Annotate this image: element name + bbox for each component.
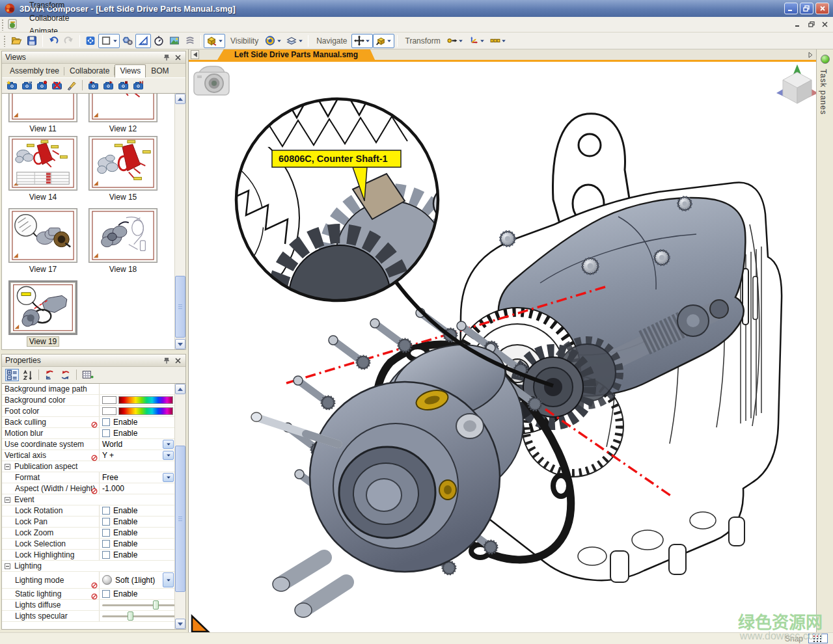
color-spectrum-bar[interactable] — [118, 407, 173, 415]
checkbox[interactable] — [102, 590, 110, 598]
pan-cross-icon[interactable] — [351, 34, 373, 48]
snap-toggle-button[interactable] — [808, 634, 828, 643]
menu-transform[interactable]: Transform — [23, 0, 75, 12]
categorized-icon[interactable] — [5, 369, 19, 381]
checkbox[interactable] — [102, 507, 110, 515]
checkbox[interactable] — [102, 518, 110, 526]
property-label[interactable]: Publication aspect — [2, 461, 174, 472]
views-scrollbar[interactable] — [174, 94, 185, 349]
scrollbar-thumb[interactable] — [175, 276, 185, 338]
helix-icon[interactable] — [182, 34, 198, 48]
sort-az-icon[interactable] — [21, 369, 34, 381]
collapse-icon[interactable] — [5, 563, 10, 569]
triad-icon[interactable] — [466, 34, 487, 48]
checkbox[interactable] — [102, 429, 110, 437]
view-label-view-12[interactable]: View 12 — [88, 124, 158, 133]
view-thumbnail-view-19[interactable] — [8, 280, 77, 335]
color-spectrum-bar[interactable] — [118, 396, 173, 404]
close-panel-icon[interactable] — [173, 356, 182, 365]
tab-views[interactable]: Views — [115, 64, 146, 77]
view-label-view-18[interactable]: View 18 — [88, 265, 158, 274]
record-view-icon[interactable] — [35, 79, 48, 91]
view-label-view-15[interactable]: View 15 — [88, 193, 158, 202]
property-label[interactable]: Event — [2, 494, 174, 505]
slider[interactable] — [102, 611, 175, 621]
texture-icon[interactable] — [167, 34, 182, 48]
add-property-icon[interactable] — [81, 369, 94, 381]
collapse-icon[interactable] — [5, 464, 10, 470]
measure-icon[interactable] — [135, 34, 151, 48]
tab-collaborate[interactable]: Collaborate — [64, 64, 115, 77]
scroll-up-icon[interactable] — [175, 384, 185, 394]
translate-icon[interactable] — [444, 34, 466, 48]
view-thumbnail-view-18[interactable] — [89, 208, 157, 263]
scroll-down-icon[interactable] — [175, 339, 185, 349]
view-thumbnail-view-17[interactable] — [8, 208, 77, 263]
dropdown-arrow-icon[interactable] — [480, 35, 485, 46]
dropdown-button[interactable] — [163, 440, 174, 449]
checkbox[interactable] — [102, 529, 110, 537]
slider[interactable] — [102, 600, 175, 610]
pin-icon[interactable] — [162, 356, 171, 365]
close-button[interactable] — [815, 3, 829, 14]
menu-collaborate[interactable]: Collaborate — [23, 12, 75, 25]
pin-icon[interactable] — [162, 53, 171, 62]
view-thumbnail-view-14[interactable] — [8, 136, 77, 191]
restore-button[interactable] — [800, 3, 813, 14]
view-thumbnail-view-11[interactable] — [8, 94, 77, 122]
selection-mode-icon[interactable] — [98, 34, 120, 48]
sequence-icon[interactable] — [487, 34, 509, 48]
dropdown-button[interactable] — [163, 473, 174, 482]
update-view-icon[interactable] — [20, 79, 33, 91]
view-thumbnail-view-15[interactable] — [89, 136, 157, 191]
view-thumbnail-view-12[interactable] — [89, 94, 157, 122]
dropdown-arrow-icon[interactable] — [276, 35, 282, 46]
tab-scroll-right-icon[interactable] — [808, 51, 813, 60]
dropdown-arrow-icon[interactable] — [501, 35, 507, 46]
dropdown-arrow-icon[interactable] — [297, 35, 303, 46]
dropdown-arrow-icon[interactable] — [458, 35, 464, 46]
play-views-icon[interactable] — [102, 79, 115, 91]
stop-views-icon[interactable] — [116, 79, 130, 91]
mdi-restore-button[interactable] — [806, 20, 817, 29]
layers-icon[interactable] — [284, 34, 305, 48]
scrollbar-thumb[interactable] — [175, 446, 185, 592]
delete-view-icon[interactable] — [50, 79, 63, 91]
refresh-properties-icon[interactable] — [59, 369, 72, 381]
new-view-icon[interactable] — [5, 79, 18, 91]
open-file-icon[interactable] — [8, 34, 24, 48]
zoom-box-icon[interactable] — [373, 34, 394, 48]
reset-property-icon[interactable] — [43, 369, 57, 381]
gears-icon[interactable] — [120, 34, 135, 48]
view-label-view-19[interactable]: View 19 — [8, 337, 78, 346]
scroll-up-icon[interactable] — [175, 94, 185, 104]
camera-view-icon[interactable] — [194, 66, 229, 95]
dropdown-arrow-icon[interactable] — [217, 35, 223, 46]
document-tab[interactable]: Left Side Drive Parts Manual.smg — [217, 49, 375, 60]
3d-scene[interactable]: 60806C, Counter Shaft-1 — [189, 62, 816, 632]
minimize-button[interactable] — [784, 3, 798, 14]
view-label-view-17[interactable]: View 17 — [8, 265, 78, 274]
viewport-canvas[interactable]: 60806C, Counter Shaft-1 — [189, 62, 816, 632]
checkbox[interactable] — [102, 540, 110, 548]
properties-scrollbar[interactable] — [174, 384, 185, 629]
checkbox[interactable] — [102, 551, 110, 559]
paint-view-icon[interactable] — [65, 79, 78, 91]
view-label-view-11[interactable]: View 11 — [8, 124, 78, 133]
property-value[interactable]: -1.000 — [102, 484, 124, 493]
timer-icon[interactable] — [151, 34, 167, 48]
tab-bom[interactable]: BOM — [146, 64, 174, 77]
redo-icon[interactable] — [61, 34, 77, 48]
collapse-icon[interactable] — [5, 497, 10, 503]
view-label-view-14[interactable]: View 14 — [8, 193, 78, 202]
dropdown-button[interactable] — [163, 451, 174, 460]
dropdown-arrow-icon[interactable] — [365, 35, 371, 46]
close-panel-icon[interactable] — [173, 53, 182, 62]
color-swatch[interactable] — [102, 407, 116, 415]
dropdown-arrow-icon[interactable] — [112, 35, 118, 46]
property-label[interactable]: Lighting — [2, 561, 174, 571]
fit-all-icon[interactable] — [83, 34, 98, 48]
mdi-close-button[interactable] — [819, 20, 830, 29]
tab-scroll-left-icon[interactable] — [191, 50, 199, 59]
dropdown-arrow-icon[interactable] — [387, 35, 392, 46]
